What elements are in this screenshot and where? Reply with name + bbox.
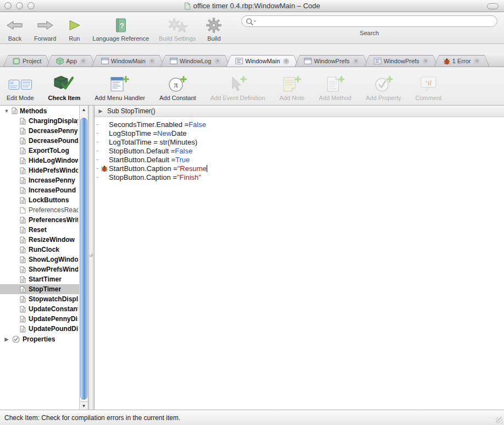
window-icon <box>304 58 312 64</box>
close-window-button[interactable] <box>4 2 12 9</box>
method-item-updateconstants[interactable]: UpdateConstants <box>0 304 79 314</box>
edit-toolbar-button-label: Add Method <box>319 95 351 101</box>
check-cube-icon[interactable] <box>54 75 75 93</box>
edit-toolbar-button-label: Add Menu Handler <box>95 95 145 101</box>
tab-windowmain[interactable]: WindowMain× <box>92 55 164 67</box>
edit-mode-icon[interactable] <box>8 78 32 93</box>
method-item-resizewindow[interactable]: ResizeWindow <box>0 235 79 245</box>
tab-windowprefs[interactable]: WindowPrefs× <box>364 55 438 67</box>
method-item-showlogwindow[interactable]: ShowLogWindow <box>0 255 79 264</box>
method-item-hideprefswindow[interactable]: HidePrefsWindow <box>0 165 79 175</box>
edit-toolbar-button-label: Add Constant <box>159 95 196 101</box>
toolbar-toggle-button[interactable] <box>487 3 499 9</box>
toolbar-button-run[interactable]: Run <box>66 16 82 42</box>
method-item-decreasepenny[interactable]: DecreasePenny <box>0 126 79 136</box>
status-text: Check Item: Check for compilation errors… <box>4 414 180 422</box>
search-field[interactable] <box>241 15 497 27</box>
edit-toolbar-button-add-method: Add Method <box>319 72 351 101</box>
window-icon <box>170 58 178 64</box>
toolbar-button-label: Forward <box>34 35 56 42</box>
method-item-runclock[interactable]: RunClock <box>0 245 79 255</box>
comment-if-icon: ’if <box>420 75 437 93</box>
book-question-icon[interactable]: ? <box>114 18 128 33</box>
edit-toolbar-button-add-property: Add Property <box>366 72 401 101</box>
doc-icon <box>20 147 26 154</box>
method-item-increasepound[interactable]: IncreasePound <box>0 185 79 195</box>
edit-toolbar-button-edit-mode[interactable]: Edit Mode <box>7 72 34 101</box>
method-item-exporttolog[interactable]: ExportToLog <box>0 146 79 156</box>
tab-project[interactable]: Project <box>3 55 51 67</box>
properties-group-header[interactable]: ▶ Properties <box>0 334 79 344</box>
method-item-stoptimer[interactable]: StopTimer <box>0 284 79 294</box>
pi-plus-icon[interactable]: π <box>168 75 187 93</box>
sidebar-scrollbar[interactable]: ▲ ▼ <box>79 106 88 410</box>
tab-app[interactable]: App× <box>47 55 96 67</box>
method-item-hidelogwindow[interactable]: HideLogWindow <box>0 156 79 165</box>
search-input[interactable] <box>257 17 492 26</box>
scroll-up-arrow-icon[interactable]: ▲ <box>80 106 88 114</box>
code-line[interactable]: -SecondsTimer.Enabled = False <box>95 120 504 129</box>
method-item-preferenceswrite[interactable]: PreferencesWrite <box>0 215 79 225</box>
method-item-label: UpdateConstants <box>29 305 78 313</box>
edit-toolbar-button-add-menu-handler[interactable]: Add Menu Handler <box>95 72 145 101</box>
method-item-preferencesread[interactable]: PreferencesRead <box>0 205 79 215</box>
close-tab-icon[interactable]: × <box>149 58 155 64</box>
method-item-increasepenny[interactable]: IncreasePenny <box>0 175 79 185</box>
scroll-down-arrow-icon[interactable]: ▼ <box>80 401 88 410</box>
doc-icon <box>20 306 26 313</box>
disclosure-down-icon[interactable]: ▼ <box>4 108 9 114</box>
minimize-window-button[interactable] <box>16 2 23 9</box>
menu-plus-icon[interactable] <box>110 75 130 93</box>
method-item-lockbuttons[interactable]: LockButtons <box>0 195 79 205</box>
code-line[interactable]: -StopButton.Default = False <box>95 146 504 155</box>
scrollbar-thumb[interactable] <box>80 118 87 400</box>
tab-windowmain[interactable]: WindowMain× <box>226 55 298 67</box>
code-line[interactable]: -LogTotalTime = str(Minutes) <box>95 137 504 146</box>
close-tab-icon[interactable]: × <box>283 58 289 64</box>
gutter-mark: - <box>96 120 98 128</box>
splitter-handle-icon[interactable] <box>89 253 93 257</box>
close-tab-icon[interactable]: × <box>353 58 359 64</box>
methods-group-header[interactable]: ▼ Methods <box>0 106 79 116</box>
gear-icon[interactable] <box>206 17 222 34</box>
toolbar-button-forward[interactable]: Forward <box>34 16 56 42</box>
method-item-reset[interactable]: Reset <box>0 225 79 235</box>
tab-1-error[interactable]: 1 Error× <box>434 55 490 67</box>
code-line[interactable]: -StartButton.Default = True <box>95 155 504 164</box>
method-item-stopwatchdisplayupdate[interactable]: StopwatchDisplayUpdate <box>0 294 79 304</box>
method-signature-header[interactable]: ▶ Sub StopTimer() <box>95 106 504 117</box>
edit-toolbar-button-check-item[interactable]: Check Item <box>48 72 81 101</box>
code-line[interactable]: -StopButton.Caption = "Finish" <box>95 173 504 181</box>
edit-toolbar-button-add-constant[interactable]: πAdd Constant <box>159 72 196 101</box>
arrow-right-icon[interactable] <box>36 19 54 32</box>
edit-toolbar-button-label: Add Property <box>366 95 401 101</box>
method-item-chargingdisplay[interactable]: ChargingDisplay <box>0 116 79 126</box>
close-tab-icon[interactable]: × <box>214 58 220 64</box>
play-icon[interactable] <box>67 19 82 32</box>
toolbar-button-back[interactable]: Back <box>5 16 24 42</box>
method-item-showprefswindow[interactable]: ShowPrefsWindow <box>0 264 79 274</box>
code-area[interactable]: -SecondsTimer.Enabled = False-LogStopTim… <box>95 117 504 181</box>
arrow-left-icon[interactable] <box>5 19 24 32</box>
method-item-updatepounddisplay[interactable]: UpdatePoundDisplay <box>0 324 79 334</box>
close-tab-icon[interactable]: × <box>80 58 86 64</box>
resize-grip[interactable] <box>496 417 503 424</box>
disclosure-right-icon[interactable]: ▶ <box>98 108 103 114</box>
code-line[interactable]: -LogStopTime = New Date <box>95 129 504 137</box>
tab-windowprefs[interactable]: WindowPrefs× <box>295 55 368 67</box>
method-item-decreasepound[interactable]: DecreasePound <box>0 136 79 146</box>
close-tab-icon[interactable]: × <box>474 58 480 64</box>
code-line[interactable]: -StartButton.Caption = "Resume <box>95 164 504 173</box>
zoom-window-button[interactable] <box>27 2 35 9</box>
method-item-starttimer[interactable]: StartTimer <box>0 274 79 284</box>
pane-splitter[interactable] <box>88 106 95 410</box>
method-item-label: HideLogWindow <box>29 157 78 164</box>
close-tab-icon[interactable]: × <box>423 58 429 64</box>
disclosure-right-icon[interactable]: ▶ <box>4 336 9 342</box>
toolbar-button-language-reference[interactable]: ?Language Reference <box>92 16 149 42</box>
search-icon[interactable] <box>245 17 257 26</box>
method-item-updatepennydisplay[interactable]: UpdatePennyDisplay <box>0 314 79 324</box>
toolbar-button-build[interactable]: Build <box>206 16 222 42</box>
tab-windowlog[interactable]: WindowLog× <box>160 55 230 67</box>
window-icon <box>101 58 109 64</box>
